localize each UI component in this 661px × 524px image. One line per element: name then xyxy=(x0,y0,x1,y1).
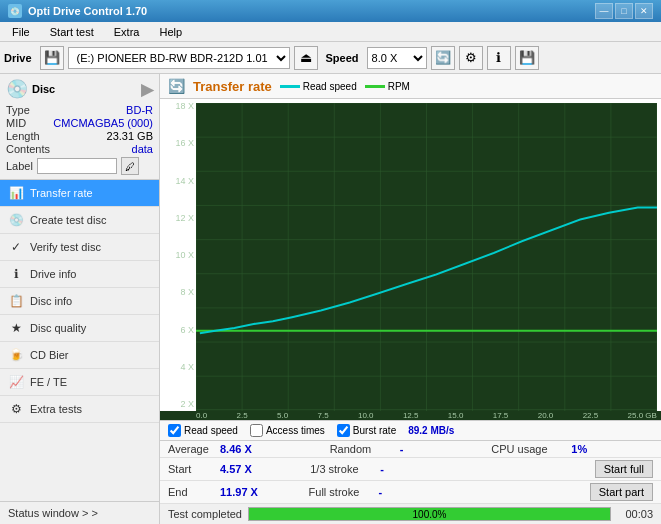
extra-tests-icon: ⚙ xyxy=(8,401,24,417)
label-label: Label xyxy=(6,160,33,172)
access-times-checkbox[interactable] xyxy=(250,424,263,437)
legend-read-label: Read speed xyxy=(303,81,357,92)
drive-icon-btn[interactable]: 💾 xyxy=(40,46,64,70)
nav-create-test-disc[interactable]: 💿 Create test disc xyxy=(0,207,159,234)
start-full-button[interactable]: Start full xyxy=(595,460,653,478)
nav-cd-bier-label: CD Bier xyxy=(30,349,69,361)
y-axis-labels: 18 X 16 X 14 X 12 X 10 X 8 X 6 X 4 X 2 X xyxy=(160,99,194,411)
contents-value: data xyxy=(132,143,153,155)
menu-file[interactable]: File xyxy=(4,24,38,40)
burst-rate-checkbox[interactable] xyxy=(337,424,350,437)
status-window-label: Status window > > xyxy=(8,507,98,519)
drive-info-icon: ℹ xyxy=(8,266,24,282)
disc-panel: 💿 Disc ▶ Type BD-R MID CMCMAGBA5 (000) L… xyxy=(0,74,159,180)
mid-value: CMCMAGBA5 (000) xyxy=(53,117,153,129)
info-button[interactable]: ℹ xyxy=(487,46,511,70)
nav-extra-tests-label: Extra tests xyxy=(30,403,82,415)
nav-verify-test-disc-label: Verify test disc xyxy=(30,241,101,253)
maximize-button[interactable]: □ xyxy=(615,3,633,19)
access-times-checkbox-label: Access times xyxy=(266,425,325,436)
progress-percent: 100.0% xyxy=(249,508,610,520)
nav-transfer-rate-label: Transfer rate xyxy=(30,187,93,199)
title-bar: 💿 Opti Drive Control 1.70 — □ ✕ xyxy=(0,0,661,22)
stats-row-end: End 11.97 X Full stroke - Start part xyxy=(160,481,661,504)
start-part-button[interactable]: Start part xyxy=(590,483,653,501)
random-key: Random xyxy=(330,443,400,455)
nav-disc-info[interactable]: 📋 Disc info xyxy=(0,288,159,315)
cpu-key: CPU usage xyxy=(491,443,571,455)
mid-label: MID xyxy=(6,117,26,129)
nav-disc-quality[interactable]: ★ Disc quality xyxy=(0,315,159,342)
verify-test-disc-icon: ✓ xyxy=(8,239,24,255)
toolbar: Drive 💾 (E:) PIONEER BD-RW BDR-212D 1.01… xyxy=(0,42,661,74)
nav-verify-test-disc[interactable]: ✓ Verify test disc xyxy=(0,234,159,261)
chart-controls: Read speed Access times Burst rate 89.2 … xyxy=(160,420,661,440)
chart-header: 🔄 Transfer rate Read speed RPM xyxy=(160,74,661,99)
read-speed-checkbox-label: Read speed xyxy=(184,425,238,436)
disc-panel-icon: 💿 xyxy=(6,78,28,100)
menu-bar: File Start test Extra Help xyxy=(0,22,661,42)
close-button[interactable]: ✕ xyxy=(635,3,653,19)
drive-label: Drive xyxy=(4,52,32,64)
nav-transfer-rate[interactable]: 📊 Transfer rate xyxy=(0,180,159,207)
random-val: - xyxy=(400,443,420,455)
nav-disc-info-label: Disc info xyxy=(30,295,72,307)
read-speed-checkbox[interactable] xyxy=(168,424,181,437)
minimize-button[interactable]: — xyxy=(595,3,613,19)
cpu-val: 1% xyxy=(571,443,611,455)
status-window-button[interactable]: Status window > > xyxy=(0,501,159,524)
nav-drive-info[interactable]: ℹ Drive info xyxy=(0,261,159,288)
length-label: Length xyxy=(6,130,40,142)
nav-fe-te-label: FE / TE xyxy=(30,376,67,388)
end-key: End xyxy=(168,486,220,498)
progress-bar: 100.0% xyxy=(248,507,611,521)
app-icon: 💿 xyxy=(8,4,22,18)
progress-row: Test completed 100.0% 00:03 xyxy=(160,504,661,524)
stats-area: Average 8.46 X Random - CPU usage 1% Sta… xyxy=(160,440,661,504)
nav-cd-bier[interactable]: 🍺 CD Bier xyxy=(0,342,159,369)
legend-rpm-color xyxy=(365,85,385,88)
label-icon-button[interactable]: 🖊 xyxy=(121,157,139,175)
full-stroke-val: - xyxy=(379,486,399,498)
nav-create-test-disc-label: Create test disc xyxy=(30,214,106,226)
cd-bier-icon: 🍺 xyxy=(8,347,24,363)
legend-read-color xyxy=(280,85,300,88)
transfer-rate-icon: 📊 xyxy=(8,185,24,201)
refresh-button[interactable]: 🔄 xyxy=(431,46,455,70)
average-val: 8.46 X xyxy=(220,443,268,455)
elapsed-time: 00:03 xyxy=(617,508,653,520)
disc-info-icon: 📋 xyxy=(8,293,24,309)
chart-title: Transfer rate xyxy=(193,79,272,94)
type-value: BD-R xyxy=(126,104,153,116)
create-test-disc-icon: 💿 xyxy=(8,212,24,228)
content-area: 🔄 Transfer rate Read speed RPM xyxy=(160,74,661,524)
start-val: 4.57 X xyxy=(220,463,268,475)
type-label: Type xyxy=(6,104,30,116)
drive-select[interactable]: (E:) PIONEER BD-RW BDR-212D 1.01 xyxy=(68,47,290,69)
one-third-val: - xyxy=(380,463,400,475)
stats-row-average: Average 8.46 X Random - CPU usage 1% xyxy=(160,441,661,458)
average-key: Average xyxy=(168,443,220,455)
label-input[interactable] xyxy=(37,158,117,174)
speed-select[interactable]: 8.0 X xyxy=(367,47,427,69)
nav-extra-tests[interactable]: ⚙ Extra tests xyxy=(0,396,159,423)
length-value: 23.31 GB xyxy=(107,130,153,142)
eject-button[interactable]: ⏏ xyxy=(294,46,318,70)
disc-expand-icon[interactable]: ▶ xyxy=(141,80,153,99)
menu-help[interactable]: Help xyxy=(151,24,190,40)
status-text: Test completed xyxy=(168,508,242,520)
nav-fe-te[interactable]: 📈 FE / TE xyxy=(0,369,159,396)
menu-extra[interactable]: Extra xyxy=(106,24,148,40)
save-button[interactable]: 💾 xyxy=(515,46,539,70)
main-layout: 💿 Disc ▶ Type BD-R MID CMCMAGBA5 (000) L… xyxy=(0,74,661,524)
menu-start-test[interactable]: Start test xyxy=(42,24,102,40)
speed-label: Speed xyxy=(326,52,359,64)
disc-quality-icon: ★ xyxy=(8,320,24,336)
burst-rate-value: 89.2 MB/s xyxy=(408,425,454,436)
chart-refresh-icon: 🔄 xyxy=(168,78,185,94)
start-key: Start xyxy=(168,463,220,475)
end-val: 11.97 X xyxy=(220,486,268,498)
app-title: Opti Drive Control 1.70 xyxy=(28,5,147,17)
legend-rpm-label: RPM xyxy=(388,81,410,92)
settings-button[interactable]: ⚙ xyxy=(459,46,483,70)
